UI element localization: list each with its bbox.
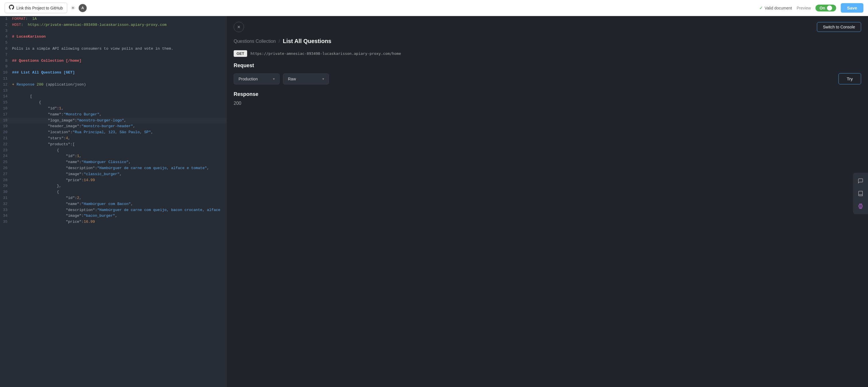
book-icon-button[interactable] <box>856 188 866 199</box>
toggle-knob <box>827 5 832 11</box>
save-button[interactable]: Save <box>841 3 863 12</box>
response-section: Response 200 <box>227 84 868 106</box>
main-content: 1 FORMAT: 1A 2 HOST: https://private-amn… <box>0 16 868 387</box>
editor-line: 15 { <box>0 100 227 106</box>
editor-line: 32 "name":"Hambúrguer com Bacon", <box>0 201 227 207</box>
close-button[interactable]: × <box>234 22 244 32</box>
chevron-down-icon: ▾ <box>322 77 324 81</box>
github-icon <box>9 5 14 11</box>
editor-line: 4 # LucasKarisson <box>0 34 227 40</box>
editor-line: 35 "price":16.99 <box>0 219 227 225</box>
request-section: Request Production ▾ Raw ▾ Try <box>227 63 868 84</box>
breadcrumb-parent: Questions Collection <box>234 39 276 44</box>
valid-document-indicator: ✓ Valid document <box>759 5 792 11</box>
breadcrumb-separator: / <box>279 39 280 44</box>
editor-line: 5 <box>0 40 227 46</box>
right-panel: × Switch to Console Questions Collection… <box>227 16 868 387</box>
environment-dropdown[interactable]: Production ▾ <box>234 73 280 84</box>
endpoint-url: https://private-amnesiac-893498-lucaskar… <box>251 51 401 56</box>
editor-line: 3 <box>0 28 227 34</box>
editor-line: 26 "description":"Hambúrguer de carne co… <box>0 166 227 171</box>
toggle-label: On <box>819 6 825 10</box>
editor-line: 1 FORMAT: 1A <box>0 16 227 22</box>
editor-line: 8 ## Questions Collection [/home] <box>0 58 227 64</box>
editor-line: 22 "products":[ <box>0 142 227 148</box>
editor-line: 14 [ <box>0 94 227 100</box>
editor-line: 9 <box>0 64 227 70</box>
format-label: Raw <box>288 77 296 81</box>
http-method-badge: GET <box>234 50 247 57</box>
editor-line: 11 <box>0 76 227 82</box>
preview-button[interactable]: Preview <box>797 6 811 10</box>
get-row: GET https://private-amnesiac-893498-luca… <box>227 44 868 63</box>
chevron-down-icon: ▾ <box>273 77 275 81</box>
editor-line: 18 "logo_image":"monstro-burger-logo", <box>0 118 227 124</box>
editor-line: 13 <box>0 88 227 94</box>
valid-doc-label: Valid document <box>765 6 792 10</box>
editor-line: 29 }, <box>0 183 227 189</box>
response-status: 200 <box>234 101 861 106</box>
breadcrumb: Questions Collection / List All Question… <box>227 32 868 44</box>
switch-console-button[interactable]: Switch to Console <box>817 22 861 32</box>
try-button[interactable]: Try <box>838 73 861 84</box>
right-panel-header: × Switch to Console <box>227 16 868 32</box>
theme-toggle-icon[interactable]: ☀ <box>71 5 75 11</box>
side-icon-panel <box>853 173 868 214</box>
editor-line: 23 { <box>0 148 227 154</box>
editor-line: 12 + Response 200 (application/json) <box>0 82 227 88</box>
editor-line: 30 { <box>0 189 227 195</box>
toggle-switch[interactable]: On <box>815 5 836 11</box>
editor-line: 25 "name":"Hambúrguer Clássico", <box>0 159 227 166</box>
editor-line: 17 "name":"Monstro Burger", <box>0 112 227 118</box>
editor-line: 6 Polls is a simple API allowing consume… <box>0 46 227 52</box>
editor-line: 34 "image":"bacon_burger", <box>0 213 227 219</box>
topbar-left: Link this Project to GitHub ☀ A <box>5 3 87 13</box>
github-button-label: Link this Project to GitHub <box>17 6 63 10</box>
editor-line: 31 "id":2, <box>0 195 227 201</box>
editor-line: 33 "description":"Hambúrguer de carne co… <box>0 207 227 213</box>
editor-line: 21 "stars":4, <box>0 136 227 142</box>
editor-line: 20 "location":"Rua Principal, 123, São P… <box>0 129 227 136</box>
topbar: Link this Project to GitHub ☀ A ✓ Valid … <box>0 0 868 16</box>
editor-line: 19 "header_image":"monstro-burger-header… <box>0 123 227 129</box>
editor-line: 2 HOST: https://private-amnesiac-893498-… <box>0 22 227 28</box>
editor-line: 24 "id":1, <box>0 153 227 159</box>
response-heading: Response <box>234 91 861 97</box>
format-dropdown[interactable]: Raw ▾ <box>283 73 329 84</box>
editor-line: 7 <box>0 52 227 58</box>
github-link-button[interactable]: Link this Project to GitHub <box>5 3 67 13</box>
environment-label: Production <box>239 77 258 81</box>
editor-line: 10 ### List All Questions [GET] <box>0 70 227 76</box>
request-heading: Request <box>234 63 861 69</box>
user-avatar[interactable]: A <box>79 4 87 12</box>
brain-icon-button[interactable] <box>856 201 866 211</box>
chat-icon-button[interactable] <box>856 176 866 186</box>
breadcrumb-current: List All Questions <box>283 38 331 44</box>
topbar-right: ✓ Valid document Preview On Save <box>759 3 863 12</box>
request-controls: Production ▾ Raw ▾ Try <box>234 73 861 84</box>
editor-line: 28 "price":14.99 <box>0 177 227 183</box>
checkmark-icon: ✓ <box>759 5 763 11</box>
editor-line: 16 "id":1, <box>0 106 227 112</box>
editor-line: 27 "image":"classic_burger", <box>0 171 227 177</box>
editor-panel[interactable]: 1 FORMAT: 1A 2 HOST: https://private-amn… <box>0 16 227 387</box>
